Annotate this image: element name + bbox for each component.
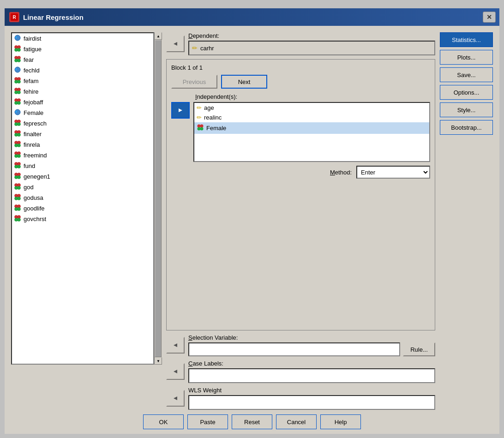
nominal-icon: [14, 140, 21, 149]
list-item[interactable]: fehire: [12, 86, 153, 97]
independent-item[interactable]: Female: [194, 122, 429, 134]
paste-button[interactable]: Paste: [187, 414, 228, 429]
svg-point-27: [15, 111, 17, 113]
list-item[interactable]: finalter: [12, 129, 153, 139]
variable-name: freemind: [24, 152, 47, 159]
list-item[interactable]: fechld: [12, 65, 153, 76]
rule-button[interactable]: Rule...: [403, 342, 435, 356]
dependent-input[interactable]: ✏ carhr: [188, 41, 435, 55]
nominal-icon: [14, 215, 21, 223]
case-labels-input[interactable]: [188, 368, 435, 383]
list-item[interactable]: fejobaff: [12, 97, 153, 108]
dependent-arrow-button[interactable]: [166, 36, 185, 52]
case-labels-arrow-button[interactable]: [166, 363, 185, 380]
list-item[interactable]: Female: [12, 108, 153, 118]
svg-marker-69: [179, 108, 182, 112]
independent-item[interactable]: ✏age: [194, 103, 429, 113]
pencil-icon: ✏: [192, 44, 198, 52]
independent-item[interactable]: ✏realinc: [194, 113, 429, 122]
variable-list-panel: fairdist fatigue fear fechld fefam fehir…: [11, 32, 162, 410]
independents-arrow-button[interactable]: [171, 102, 190, 119]
nominal-icon: [14, 87, 21, 96]
independents-list[interactable]: ✏age✏realinc Female: [193, 102, 430, 162]
dialog-title: Linear Regression: [23, 13, 84, 21]
variable-name: fear: [24, 56, 34, 63]
help-button[interactable]: Help: [320, 414, 361, 429]
pencil-icon: ✏: [197, 114, 202, 121]
nominal-icon: [14, 98, 21, 107]
style--button[interactable]: Style...: [440, 102, 493, 117]
svg-point-63: [18, 208, 21, 211]
reset-button[interactable]: Reset: [232, 414, 272, 429]
svg-marker-68: [174, 42, 177, 46]
wls-weight-group: WLS Weight: [188, 387, 435, 410]
list-item[interactable]: genegen1: [12, 171, 153, 182]
method-label: Method:: [330, 169, 352, 176]
svg-point-7: [18, 48, 21, 52]
dot-red-icon: [197, 124, 204, 132]
scrollbar[interactable]: ▲ ▼: [154, 32, 162, 365]
svg-point-71: [200, 125, 204, 128]
ok-button[interactable]: OK: [143, 414, 184, 429]
list-item[interactable]: fear: [12, 54, 153, 65]
variable-name: god: [24, 184, 34, 191]
independents-section: Independent(s): ✏age✏realinc Female: [171, 93, 430, 162]
case-labels-group: Case Labels:: [188, 360, 435, 383]
scroll-down-arrow[interactable]: ▼: [155, 357, 162, 365]
svg-marker-76: [174, 396, 177, 400]
scroll-thumb[interactable]: [155, 40, 162, 357]
list-item[interactable]: god: [12, 182, 153, 192]
block-nav: Previous Next: [171, 75, 430, 89]
var-list-wrapper: fairdist fatigue fear fechld fefam fehir…: [11, 32, 162, 365]
bootstrap--button[interactable]: Bootstrap...: [440, 120, 493, 135]
nominal-icon: [14, 55, 21, 64]
list-item[interactable]: goodlife: [12, 203, 153, 214]
title-bar-left: R Linear Regression: [9, 12, 84, 22]
nominal-icon: [14, 204, 21, 213]
side-buttons-panel: Statistics...Plots...Save...Options...St…: [440, 32, 493, 410]
svg-point-73: [200, 127, 204, 131]
wls-weight-input[interactable]: [188, 395, 435, 410]
variable-name: fairdist: [24, 35, 41, 42]
next-button[interactable]: Next: [221, 75, 267, 89]
selection-variable-arrow-button[interactable]: [166, 337, 185, 354]
method-row: Method: EnterStepwiseRemoveBackwardForwa…: [171, 166, 430, 179]
close-button[interactable]: ✕: [483, 12, 496, 23]
variable-name: Female: [24, 109, 43, 116]
variable-list[interactable]: fairdist fatigue fear fechld fefam fehir…: [11, 32, 154, 365]
variable-name: finrela: [24, 141, 40, 148]
variable-name: godusa: [24, 194, 43, 201]
list-item[interactable]: godusa: [12, 192, 153, 203]
nominal-icon: [14, 45, 21, 54]
scroll-up-arrow[interactable]: ▲: [155, 32, 162, 40]
svg-point-72: [198, 127, 201, 131]
svg-point-59: [18, 197, 21, 200]
variable-name: fefam: [24, 78, 39, 84]
list-item[interactable]: fairdist: [12, 33, 153, 44]
nominal-icon: [14, 130, 21, 138]
options--button[interactable]: Options...: [440, 85, 493, 100]
list-item[interactable]: finrela: [12, 139, 153, 150]
previous-button[interactable]: Previous: [171, 75, 217, 89]
svg-point-67: [18, 218, 21, 222]
list-item[interactable]: fefam: [12, 76, 153, 86]
save--button[interactable]: Save...: [440, 67, 493, 82]
list-item[interactable]: freemind: [12, 150, 153, 161]
svg-point-3: [15, 36, 17, 38]
method-select[interactable]: EnterStepwiseRemoveBackwardForward: [356, 166, 430, 179]
statistics--button[interactable]: Statistics...: [440, 32, 493, 47]
plots--button[interactable]: Plots...: [440, 50, 493, 65]
list-item[interactable]: fatigue: [12, 44, 153, 54]
dependent-value: carhr: [200, 45, 214, 52]
wls-weight-arrow-button[interactable]: [166, 390, 185, 407]
list-item[interactable]: fund: [12, 161, 153, 171]
svg-point-47: [18, 165, 21, 168]
cancel-button[interactable]: Cancel: [276, 414, 317, 429]
independents-underline-i: I: [195, 93, 197, 100]
list-item[interactable]: govchrst: [12, 214, 153, 224]
scale-icon: [14, 108, 21, 117]
action-buttons-panel: OKPasteResetCancelHelp: [5, 410, 499, 434]
selection-variable-input[interactable]: [188, 342, 400, 356]
list-item[interactable]: fepresch: [12, 118, 153, 129]
variable-name: govchrst: [24, 216, 46, 222]
